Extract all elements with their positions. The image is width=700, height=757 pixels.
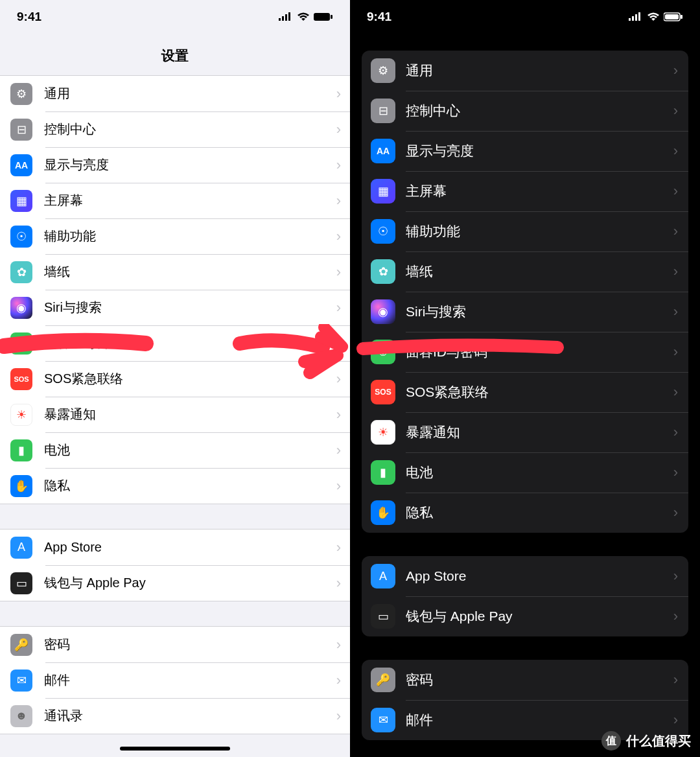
wallet-icon: ▭ [371,604,395,629]
exposure-icon: ☀ [371,420,395,445]
privacy-icon: ✋ [371,500,395,525]
settings-row-privacy[interactable]: ✋隐私› [0,468,350,504]
siri-icon: ◉ [10,297,32,319]
watermark: 值 什么值得买 [601,731,691,751]
chevron-right-icon: › [336,636,341,653]
settings-row-label: 邮件 [44,671,336,689]
settings-row-siri[interactable]: ◉Siri与搜索› [0,290,350,325]
settings-list: ⚙通用›⊟控制中心›AA显示与亮度›▦主屏幕›☉辅助功能›✿墙纸›◉Siri与搜… [350,51,700,740]
chevron-right-icon: › [673,608,678,625]
settings-row-label: App Store [44,540,336,555]
chevron-right-icon: › [336,86,341,102]
settings-row-passwords[interactable]: 🔑密码› [0,627,350,662]
settings-row-mail[interactable]: ✉邮件› [0,662,350,698]
chevron-right-icon: › [336,335,341,352]
chevron-right-icon: › [336,121,341,138]
chevron-right-icon: › [673,102,678,119]
svg-rect-6 [629,18,631,21]
settings-row-wallet[interactable]: ▭钱包与 Apple Pay› [0,565,350,601]
home-icon: ▦ [10,190,32,212]
page-title: 设置 [0,30,350,75]
chevron-right-icon: › [673,62,678,79]
svg-rect-2 [285,14,287,21]
settings-row-label: 辅助功能 [406,222,673,240]
settings-row-privacy[interactable]: ✋隐私› [362,493,688,533]
appstore-icon: A [10,537,32,559]
status-bar: 9:41 [350,0,700,30]
settings-row-display[interactable]: AA显示与亮度› [362,131,688,171]
chevron-right-icon: › [673,384,678,401]
settings-row-wallet[interactable]: ▭钱包与 Apple Pay› [362,596,688,636]
settings-row-label: SOS紧急联络 [44,370,336,388]
chevron-right-icon: › [673,504,678,521]
settings-row-label: 面容ID与密码 [406,343,673,361]
settings-row-appstore[interactable]: AApp Store› [362,556,688,596]
settings-row-label: 暴露通知 [44,406,336,423]
settings-row-faceid[interactable]: ☺面容ID与密码› [0,325,350,361]
settings-row-control[interactable]: ⊟控制中心› [362,91,688,131]
contacts-icon: ☻ [10,705,32,727]
svg-rect-7 [632,16,634,21]
chevron-right-icon: › [673,424,678,441]
settings-row-wallpaper[interactable]: ✿墙纸› [362,251,688,292]
svg-rect-8 [635,14,637,21]
settings-row-home[interactable]: ▦主屏幕› [362,171,688,211]
settings-row-access[interactable]: ☉辅助功能› [0,218,350,254]
settings-row-label: 钱包与 Apple Pay [44,574,336,592]
settings-row-exposure[interactable]: ☀暴露通知› [362,412,688,452]
settings-row-battery[interactable]: ▮电池› [0,432,350,468]
chevron-right-icon: › [336,157,341,174]
settings-row-label: 隐私 [406,504,673,522]
general-icon: ⚙ [371,58,395,83]
svg-rect-1 [282,16,284,21]
chevron-right-icon: › [673,143,678,159]
mail-icon: ✉ [371,708,395,732]
svg-rect-12 [681,15,682,19]
settings-row-label: 通用 [406,62,673,80]
settings-row-control[interactable]: ⊟控制中心› [0,111,350,147]
sos-icon: SOS [371,380,395,404]
settings-row-label: SOS紧急联络 [406,383,673,401]
settings-row-label: 墙纸 [44,263,336,281]
status-time: 9:41 [367,10,391,24]
settings-group: ⚙通用›⊟控制中心›AA显示与亮度›▦主屏幕›☉辅助功能›✿墙纸›◉Siri与搜… [0,75,350,504]
settings-row-label: 暴露通知 [406,423,673,441]
settings-group: AApp Store›▭钱包与 Apple Pay› [362,556,688,636]
settings-row-contacts[interactable]: ☻通讯录› [0,698,350,734]
sos-icon: SOS [10,368,32,390]
home-indicator[interactable] [120,747,230,751]
wallpaper-icon: ✿ [371,259,395,284]
settings-row-label: App Store [406,568,673,584]
chevron-right-icon: › [673,712,678,728]
settings-group: 🔑密码›✉邮件› [362,660,688,740]
settings-row-wallpaper[interactable]: ✿墙纸› [0,254,350,290]
svg-rect-11 [665,14,679,19]
status-bar: 9:41 [0,0,350,30]
status-indicators [279,12,333,21]
settings-row-battery[interactable]: ▮电池› [362,452,688,493]
settings-group: ⚙通用›⊟控制中心›AA显示与亮度›▦主屏幕›☉辅助功能›✿墙纸›◉Siri与搜… [362,51,688,533]
settings-row-passwords[interactable]: 🔑密码› [362,660,688,700]
settings-row-faceid[interactable]: ☺面容ID与密码› [362,332,688,372]
settings-row-label: Siri与搜索 [406,303,673,321]
svg-rect-4 [314,13,330,21]
settings-row-general[interactable]: ⚙通用› [362,51,688,91]
settings-row-appstore[interactable]: AApp Store› [0,530,350,565]
settings-row-home[interactable]: ▦主屏幕› [0,183,350,218]
svg-rect-9 [638,12,640,21]
battery-icon: ▮ [10,439,32,461]
watermark-text: 什么值得买 [626,732,691,750]
settings-row-exposure[interactable]: ☀暴露通知› [0,397,350,432]
settings-row-sos[interactable]: SOSSOS紧急联络› [362,372,688,412]
chevron-right-icon: › [336,539,341,556]
chevron-right-icon: › [336,672,341,689]
settings-row-general[interactable]: ⚙通用› [0,76,350,111]
settings-row-siri[interactable]: ◉Siri与搜索› [362,292,688,332]
settings-row-label: 显示与亮度 [406,142,673,160]
status-time: 9:41 [17,10,41,24]
access-icon: ☉ [371,219,395,244]
settings-row-sos[interactable]: SOSSOS紧急联络› [0,361,350,397]
settings-row-access[interactable]: ☉辅助功能› [362,211,688,251]
settings-row-display[interactable]: AA显示与亮度› [0,147,350,183]
settings-list: ⚙通用›⊟控制中心›AA显示与亮度›▦主屏幕›☉辅助功能›✿墙纸›◉Siri与搜… [0,75,350,734]
